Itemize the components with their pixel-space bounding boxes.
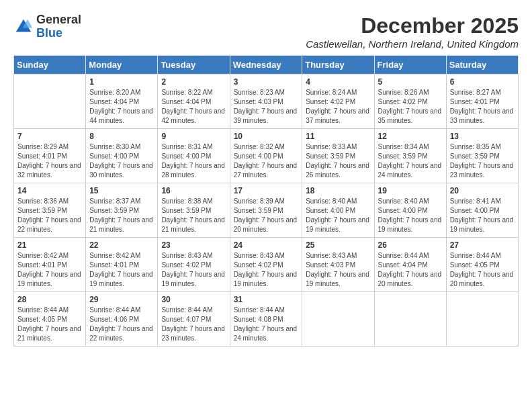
day-info: Sunrise: 8:33 AMSunset: 3:59 PMDaylight:…: [306, 142, 370, 180]
calendar-cell: 7Sunrise: 8:29 AMSunset: 4:01 PMDaylight…: [14, 129, 86, 183]
day-info: Sunrise: 8:43 AMSunset: 4:02 PMDaylight:…: [161, 251, 226, 289]
day-number: 16: [161, 186, 226, 195]
day-info: Sunrise: 8:40 AMSunset: 4:00 PMDaylight:…: [306, 197, 370, 234]
title-block: December 2025 Castlewellan, Northern Ire…: [306, 13, 519, 50]
day-info: Sunrise: 8:44 AMSunset: 4:08 PMDaylight:…: [234, 306, 299, 343]
day-info: Sunrise: 8:35 AMSunset: 3:59 PMDaylight:…: [450, 142, 515, 180]
day-number: 26: [378, 240, 443, 250]
day-number: 22: [89, 240, 154, 250]
day-info: Sunrise: 8:24 AMSunset: 4:02 PMDaylight:…: [306, 88, 370, 126]
day-number: 15: [89, 186, 154, 195]
column-header-sunday: Sunday: [14, 56, 86, 75]
day-number: 30: [161, 295, 226, 304]
day-number: 13: [450, 132, 515, 141]
calendar-cell: [446, 292, 518, 347]
day-number: 23: [161, 240, 226, 250]
calendar-cell: 15Sunrise: 8:37 AMSunset: 3:59 PMDayligh…: [86, 183, 158, 238]
day-info: Sunrise: 8:42 AMSunset: 4:01 PMDaylight:…: [17, 251, 82, 289]
day-info: Sunrise: 8:30 AMSunset: 4:00 PMDaylight:…: [89, 142, 154, 180]
day-number: 17: [234, 186, 299, 195]
day-info: Sunrise: 8:44 AMSunset: 4:05 PMDaylight:…: [450, 251, 515, 289]
day-number: 3: [234, 77, 299, 87]
calendar-cell: 1Sunrise: 8:20 AMSunset: 4:04 PMDaylight…: [86, 75, 158, 129]
calendar-cell: [374, 292, 446, 347]
column-header-tuesday: Tuesday: [158, 56, 230, 75]
calendar-cell: 18Sunrise: 8:40 AMSunset: 4:00 PMDayligh…: [302, 183, 374, 238]
column-header-thursday: Thursday: [302, 56, 374, 75]
day-number: 24: [234, 240, 299, 250]
day-info: Sunrise: 8:37 AMSunset: 3:59 PMDaylight:…: [89, 197, 154, 234]
column-header-monday: Monday: [86, 56, 158, 75]
month-title: December 2025: [306, 13, 519, 38]
calendar-week-row: 7Sunrise: 8:29 AMSunset: 4:01 PMDaylight…: [14, 129, 519, 183]
calendar-header-row: SundayMondayTuesdayWednesdayThursdayFrid…: [14, 56, 519, 75]
calendar-cell: 9Sunrise: 8:31 AMSunset: 4:00 PMDaylight…: [158, 129, 230, 183]
day-info: Sunrise: 8:44 AMSunset: 4:05 PMDaylight:…: [17, 306, 82, 343]
day-info: Sunrise: 8:29 AMSunset: 4:01 PMDaylight:…: [17, 142, 82, 180]
column-header-friday: Friday: [374, 56, 446, 75]
day-number: 12: [378, 132, 443, 141]
calendar-cell: 17Sunrise: 8:39 AMSunset: 3:59 PMDayligh…: [230, 183, 302, 238]
logo-general: General: [36, 13, 81, 26]
calendar-cell: 4Sunrise: 8:24 AMSunset: 4:02 PMDaylight…: [302, 75, 374, 129]
column-header-saturday: Saturday: [446, 56, 518, 75]
day-info: Sunrise: 8:31 AMSunset: 4:00 PMDaylight:…: [161, 142, 226, 180]
calendar-cell: 19Sunrise: 8:40 AMSunset: 4:00 PMDayligh…: [374, 183, 446, 238]
day-info: Sunrise: 8:27 AMSunset: 4:01 PMDaylight:…: [450, 88, 515, 126]
day-number: 9: [161, 132, 226, 141]
calendar-cell: 28Sunrise: 8:44 AMSunset: 4:05 PMDayligh…: [14, 292, 86, 347]
day-number: 19: [378, 186, 443, 195]
calendar-cell: 2Sunrise: 8:22 AMSunset: 4:04 PMDaylight…: [158, 75, 230, 129]
calendar-cell: 26Sunrise: 8:44 AMSunset: 4:04 PMDayligh…: [374, 238, 446, 292]
calendar-cell: 10Sunrise: 8:32 AMSunset: 4:00 PMDayligh…: [230, 129, 302, 183]
calendar-cell: 14Sunrise: 8:36 AMSunset: 3:59 PMDayligh…: [14, 183, 86, 238]
calendar-cell: 16Sunrise: 8:38 AMSunset: 3:59 PMDayligh…: [158, 183, 230, 238]
calendar-cell: 6Sunrise: 8:27 AMSunset: 4:01 PMDaylight…: [446, 75, 518, 129]
calendar-table: SundayMondayTuesdayWednesdayThursdayFrid…: [13, 55, 519, 347]
day-info: Sunrise: 8:20 AMSunset: 4:04 PMDaylight:…: [89, 88, 154, 126]
day-info: Sunrise: 8:39 AMSunset: 3:59 PMDaylight:…: [234, 197, 299, 234]
location-subtitle: Castlewellan, Northern Ireland, United K…: [306, 38, 519, 50]
day-number: 21: [17, 240, 82, 250]
calendar-cell: 12Sunrise: 8:34 AMSunset: 3:59 PMDayligh…: [374, 129, 446, 183]
column-header-wednesday: Wednesday: [230, 56, 302, 75]
day-number: 31: [234, 295, 299, 304]
day-number: 20: [450, 186, 515, 195]
calendar-cell: 29Sunrise: 8:44 AMSunset: 4:06 PMDayligh…: [86, 292, 158, 347]
logo-icon: [13, 17, 34, 37]
calendar-cell: [302, 292, 374, 347]
calendar-cell: 11Sunrise: 8:33 AMSunset: 3:59 PMDayligh…: [302, 129, 374, 183]
day-info: Sunrise: 8:26 AMSunset: 4:02 PMDaylight:…: [378, 88, 443, 126]
calendar-cell: 5Sunrise: 8:26 AMSunset: 4:02 PMDaylight…: [374, 75, 446, 129]
day-info: Sunrise: 8:44 AMSunset: 4:06 PMDaylight:…: [89, 306, 154, 343]
day-number: 6: [450, 77, 515, 87]
calendar-week-row: 28Sunrise: 8:44 AMSunset: 4:05 PMDayligh…: [14, 292, 519, 347]
page-header: General Blue December 2025 Castlewellan,…: [13, 13, 519, 50]
calendar-cell: 27Sunrise: 8:44 AMSunset: 4:05 PMDayligh…: [446, 238, 518, 292]
day-number: 2: [161, 77, 226, 87]
day-number: 25: [306, 240, 370, 250]
day-number: 1: [89, 77, 154, 87]
calendar-cell: 31Sunrise: 8:44 AMSunset: 4:08 PMDayligh…: [230, 292, 302, 347]
day-info: Sunrise: 8:38 AMSunset: 3:59 PMDaylight:…: [161, 197, 226, 234]
logo-text: General Blue: [36, 13, 81, 40]
day-info: Sunrise: 8:44 AMSunset: 4:07 PMDaylight:…: [161, 306, 226, 343]
calendar-cell: 25Sunrise: 8:43 AMSunset: 4:03 PMDayligh…: [302, 238, 374, 292]
day-number: 7: [17, 132, 82, 141]
day-number: 29: [89, 295, 154, 304]
calendar-cell: 13Sunrise: 8:35 AMSunset: 3:59 PMDayligh…: [446, 129, 518, 183]
day-number: 28: [17, 295, 82, 304]
day-info: Sunrise: 8:36 AMSunset: 3:59 PMDaylight:…: [17, 197, 82, 234]
calendar-week-row: 1Sunrise: 8:20 AMSunset: 4:04 PMDaylight…: [14, 75, 519, 129]
day-info: Sunrise: 8:34 AMSunset: 3:59 PMDaylight:…: [378, 142, 443, 180]
day-info: Sunrise: 8:44 AMSunset: 4:04 PMDaylight:…: [378, 251, 443, 289]
calendar-cell: 30Sunrise: 8:44 AMSunset: 4:07 PMDayligh…: [158, 292, 230, 347]
day-info: Sunrise: 8:43 AMSunset: 4:03 PMDaylight:…: [306, 251, 370, 289]
calendar-week-row: 14Sunrise: 8:36 AMSunset: 3:59 PMDayligh…: [14, 183, 519, 238]
day-number: 4: [306, 77, 370, 87]
calendar-cell: 8Sunrise: 8:30 AMSunset: 4:00 PMDaylight…: [86, 129, 158, 183]
day-info: Sunrise: 8:32 AMSunset: 4:00 PMDaylight:…: [234, 142, 299, 180]
calendar-cell: 21Sunrise: 8:42 AMSunset: 4:01 PMDayligh…: [14, 238, 86, 292]
day-number: 18: [306, 186, 370, 195]
logo: General Blue: [13, 13, 81, 40]
